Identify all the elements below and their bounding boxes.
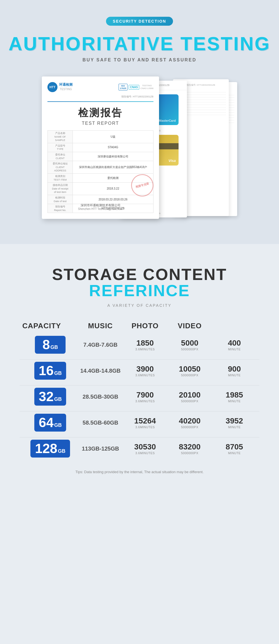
capacity-cell-0: 7.4GB-7.6GB [78,342,123,348]
photo-main-4: 83200 [167,442,212,451]
photo-sub-4: 5000000PX [167,451,212,455]
storage-row-1: 16GB 14.4GB-14.8GB 3900 3.6MINUTES 10050… [20,362,259,380]
music-sub-1: 3.6MINUTES [123,374,167,377]
gb-unit-4: GB [58,448,66,454]
tips-text: Tips: Data testing provided by the inter… [20,469,259,475]
music-main-3: 15264 [123,416,167,425]
col-header-music: MUSIC [78,322,123,330]
photo-sub-0: 5000000PX [167,348,212,351]
cert-cnas: CNAS [129,85,139,90]
capacity-cell-2: 28.5GB-30GB [78,394,123,400]
table-header-row: CAPACITY MUSIC PHOTO VIDEO [20,322,259,330]
doc-logo: HTT 环通检测TESTING [47,82,73,92]
video-sub-0: MINUTE [212,348,257,351]
video-main-1: 900 [212,365,257,374]
music-main-1: 3900 [123,365,167,374]
capacity-cell-1: 14.4GB-14.8GB [78,368,123,374]
cert-iso: ISO17025 [119,84,128,90]
photo-main-2: 20100 [167,391,212,399]
doc-certifications: ISO17025 CNAS TESTINGCNAS L0998 [119,84,153,90]
gb-number-0: 8 [42,338,50,351]
photo-cell-4: 83200 5000000PX [167,442,212,455]
storage-title-part1: STORAGE CONTENT [52,265,227,283]
auth-title: AUTHORITATIVE TESTING [6,34,273,53]
capacity-cell-3: 58.5GB-60GB [78,420,123,426]
photo-cell-2: 20100 5000000PX [167,391,212,403]
gb-number-4: 128 [35,442,57,455]
capacity-cell-4: 113GB-125GB [78,446,123,452]
music-main-0: 1850 [123,339,167,348]
gb-unit-3: GB [54,422,62,428]
video-sub-1: MINUTE [212,374,257,377]
security-badge: SECURITY DETECTION [106,17,173,26]
doc-logo-text: 环通检测TESTING [59,83,73,91]
storage-row-2: 32GB 28.5GB-30GB 7900 3.6MINUTES 20100 5… [20,388,259,406]
row-divider-0 [20,359,259,360]
capacity-range-4: 113GB-125GB [82,446,119,452]
video-main-3: 3952 [212,416,257,425]
doc-logo-circle: HTT [47,82,57,92]
row-divider-2 [20,411,259,411]
photo-sub-1: 5000000PX [167,374,212,377]
gb-badge-4: 128GB [22,440,78,458]
gb-unit-2: GB [54,396,62,402]
gb-unit-1: GB [54,370,62,376]
documents-container: 报告编号: HTT180322001ZB 报告编号: HTT180322001Z… [42,76,237,222]
video-main-2: 1985 [212,391,257,399]
row-divider-1 [20,385,259,386]
video-cell-3: 3952 MINUTE [212,416,257,429]
video-sub-4: MINUTE [212,451,257,455]
storage-subtitle: A VARIETY OF CAPACITY [17,303,262,308]
col-header-video: VIDEO [167,322,212,330]
photo-cell-3: 40200 5000000PX [167,416,212,429]
storage-title-part2: REFERINCE [89,281,190,300]
music-cell-0: 1850 3.6MINUTES [123,339,167,351]
photo-sub-3: 5000000PX [167,425,212,429]
section-storage: STORAGE CONTENT REFERINCE A VARIETY OF C… [0,244,279,492]
gb-badge-3: 64GB [22,414,78,432]
doc-title-en: TEST REPORT [47,121,153,126]
music-main-4: 30530 [123,442,167,451]
video-cell-4: 8705 MINUTE [212,442,257,455]
photo-cell-0: 5000 5000000PX [167,339,212,351]
storage-title: STORAGE CONTENT REFERINCE [17,266,262,299]
photo-sub-2: 5000000PX [167,399,212,403]
music-sub-0: 3.6MINUTES [123,348,167,351]
video-cell-0: 400 MINUTE [212,339,257,351]
gb-number-2: 32 [39,390,54,403]
cert-additional: TESTINGCNAS L0998 [140,84,153,90]
video-cell-2: 1985 MINUTE [212,391,257,403]
gb-number-3: 64 [39,416,54,429]
music-cell-3: 15264 3.6MINUTES [123,416,167,429]
music-cell-4: 30530 3.6MINUTES [123,442,167,455]
card-mastercard-logo: MasterCard [159,119,176,122]
col-header-photo: PHOTO [123,322,167,330]
music-sub-4: 3.6MINUTES [123,451,167,455]
storage-rows-container: 8GB 7.4GB-7.6GB 1850 3.6MINUTES 5000 500… [20,336,259,458]
music-cell-2: 7900 3.6MINUTES [123,391,167,403]
music-main-2: 7900 [123,391,167,399]
photo-cell-1: 10050 5000000PX [167,365,212,377]
video-cell-1: 900 MINUTE [212,365,257,377]
photo-main-0: 5000 [167,339,212,348]
gb-unit-0: GB [50,344,58,350]
doc-table: 产品名称 NAME OF SAMPLEU盘产品型号 TYPESTA04G委托单位… [47,130,153,213]
gb-badge-0: 8GB [22,336,78,354]
video-sub-2: MINUTE [212,399,257,403]
capacity-range-0: 7.4GB-7.6GB [83,342,117,348]
auth-subtitle: BUY SAFE TO BUY AND REST ASSURED [6,58,273,63]
music-sub-3: 3.6MINUTES [123,425,167,429]
storage-table: CAPACITY MUSIC PHOTO VIDEO 8GB 7.4GB-7.6… [20,322,259,475]
photo-main-3: 40200 [167,416,212,425]
video-main-0: 400 [212,339,257,348]
capacity-range-1: 14.4GB-14.8GB [80,368,121,374]
video-sub-3: MINUTE [212,425,257,429]
video-main-4: 8705 [212,442,257,451]
gb-badge-1: 16GB [22,362,78,380]
music-cell-1: 3900 3.6MINUTES [123,365,167,377]
gb-badge-2: 32GB [22,388,78,406]
section-authoritative: SECURITY DETECTION AUTHORITATIVE TESTING… [0,0,279,244]
doc-footer-cn: 深圳市环通检测技术有限公司 Shenzhen HTT Technology Co… [47,203,153,210]
row-divider-3 [20,437,259,437]
doc-divider [47,101,153,102]
